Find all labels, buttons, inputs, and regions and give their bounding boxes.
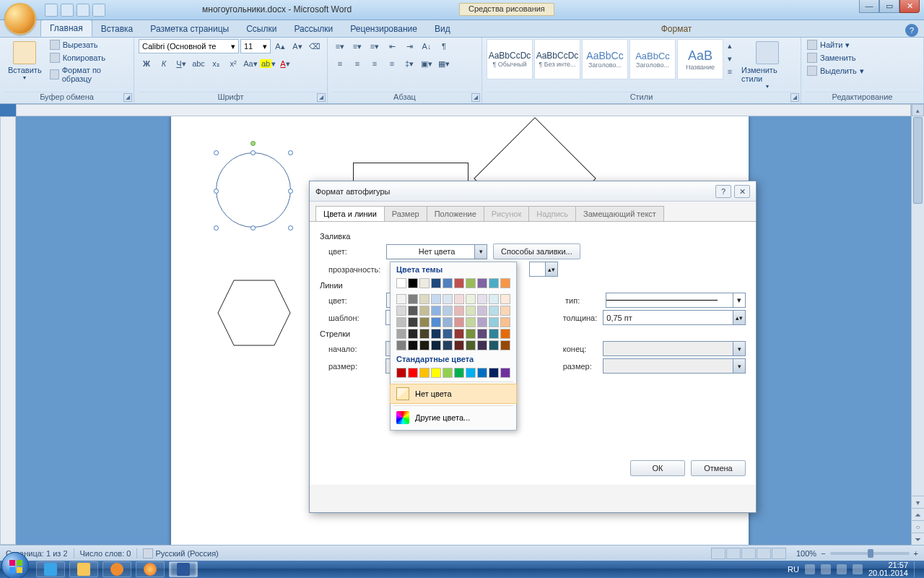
color-swatch[interactable] xyxy=(396,306,406,316)
color-swatch[interactable] xyxy=(443,294,453,304)
view-print-layout[interactable] xyxy=(711,548,725,559)
styles-scroll-down[interactable]: ▾ xyxy=(725,52,735,65)
color-swatch[interactable] xyxy=(419,329,430,339)
highlight-button[interactable]: ab▾ xyxy=(260,56,276,71)
transparency-spinner[interactable]: ▴▾ xyxy=(529,262,558,277)
align-left-button[interactable]: ≡ xyxy=(332,56,348,71)
scroll-down-arrow[interactable]: ▾ xyxy=(912,496,924,508)
zoom-in-button[interactable]: + xyxy=(914,549,918,558)
handle-n[interactable] xyxy=(250,150,256,155)
select-button[interactable]: Выделить▾ xyxy=(806,65,866,77)
color-swatch[interactable] xyxy=(431,317,441,327)
color-swatch[interactable] xyxy=(419,294,430,304)
start-button[interactable] xyxy=(1,552,29,578)
color-swatch[interactable] xyxy=(443,340,453,350)
underline-button[interactable]: Ч▾ xyxy=(173,56,189,71)
color-swatch[interactable] xyxy=(408,278,418,288)
shading-button[interactable]: ▣▾ xyxy=(419,56,435,71)
tab-home[interactable]: Главная xyxy=(40,20,92,37)
tab-review[interactable]: Рецензирование xyxy=(341,21,426,37)
zoom-out-button[interactable]: − xyxy=(821,549,825,558)
close-button[interactable]: ✕ xyxy=(899,0,920,13)
borders-button[interactable]: ▦▾ xyxy=(436,56,452,71)
justify-button[interactable]: ≡ xyxy=(384,56,400,71)
color-swatch[interactable] xyxy=(431,368,441,378)
ok-button[interactable]: ОК xyxy=(630,460,685,476)
color-swatch[interactable] xyxy=(500,368,510,378)
color-swatch[interactable] xyxy=(489,294,499,304)
color-swatch[interactable] xyxy=(419,368,430,378)
color-swatch[interactable] xyxy=(408,340,418,350)
color-swatch[interactable] xyxy=(489,317,499,327)
dlg-tab-size[interactable]: Размер xyxy=(384,206,427,221)
tray-clock[interactable]: 21:57 20.01.2014 xyxy=(868,561,908,577)
paragraph-dialog-launcher[interactable]: ◢ xyxy=(471,93,480,102)
color-swatch[interactable] xyxy=(477,317,487,327)
color-swatch[interactable] xyxy=(396,278,406,288)
change-styles-button[interactable]: Изменить стили ▾ xyxy=(738,39,796,92)
color-swatch[interactable] xyxy=(408,317,418,327)
sort-button[interactable]: A↓ xyxy=(419,39,435,53)
italic-button[interactable]: К xyxy=(156,56,172,71)
color-swatch[interactable] xyxy=(489,278,499,288)
taskbar-word[interactable] xyxy=(169,561,198,577)
tray-show-hidden-icon[interactable] xyxy=(805,564,815,574)
help-button[interactable]: ? xyxy=(905,24,918,37)
copy-button[interactable]: Копировать xyxy=(48,52,129,64)
color-swatch[interactable] xyxy=(477,340,487,350)
bold-button[interactable]: Ж xyxy=(139,56,154,71)
color-swatch[interactable] xyxy=(500,306,510,316)
color-swatch[interactable] xyxy=(466,278,476,288)
format-painter-button[interactable]: Формат по образцу xyxy=(48,65,129,84)
dialog-close-button[interactable]: ✕ xyxy=(734,185,750,198)
show-desktop-button[interactable] xyxy=(914,561,920,577)
dlg-tab-position[interactable]: Положение xyxy=(427,206,484,221)
ruler-vertical[interactable] xyxy=(0,116,16,545)
color-swatch[interactable] xyxy=(454,294,464,304)
color-swatch[interactable] xyxy=(431,329,441,339)
handle-ne[interactable] xyxy=(288,150,293,155)
color-swatch[interactable] xyxy=(489,329,499,339)
color-swatch[interactable] xyxy=(477,306,487,316)
next-page-button[interactable]: ⏷ xyxy=(912,532,924,545)
find-button[interactable]: Найти▾ xyxy=(806,39,866,51)
status-words[interactable]: Число слов: 0 xyxy=(80,549,131,558)
tab-page-layout[interactable]: Разметка страницы xyxy=(141,21,237,37)
scroll-thumb[interactable] xyxy=(913,117,923,204)
dialog-titlebar[interactable]: Формат автофигуры ? ✕ xyxy=(310,181,756,202)
style-no-spacing[interactable]: AaBbCcDc¶ Без инте... xyxy=(534,39,580,79)
color-swatch[interactable] xyxy=(500,329,510,339)
qat-customize-icon[interactable] xyxy=(92,4,105,17)
color-swatch[interactable] xyxy=(419,278,430,288)
zoom-slider[interactable] xyxy=(830,552,910,555)
color-swatch[interactable] xyxy=(489,340,499,350)
color-swatch[interactable] xyxy=(443,278,453,288)
minimize-button[interactable]: — xyxy=(859,0,879,13)
color-swatch[interactable] xyxy=(454,306,464,316)
tray-action-center-icon[interactable] xyxy=(821,564,831,574)
color-swatch[interactable] xyxy=(443,329,453,339)
ruler-horizontal[interactable] xyxy=(16,104,911,116)
color-swatch[interactable] xyxy=(466,317,476,327)
color-swatch[interactable] xyxy=(489,306,499,316)
qat-undo-icon[interactable] xyxy=(61,4,74,17)
zoom-level[interactable]: 100% xyxy=(796,549,816,558)
color-swatch[interactable] xyxy=(408,368,418,378)
color-swatch[interactable] xyxy=(396,329,406,339)
taskbar-explorer[interactable] xyxy=(69,561,98,577)
no-color-item[interactable]: Нет цвета xyxy=(391,384,516,403)
prev-page-button[interactable]: ⏶ xyxy=(912,508,924,520)
view-web-layout[interactable] xyxy=(741,548,756,559)
color-swatch[interactable] xyxy=(477,278,487,288)
color-swatch[interactable] xyxy=(477,329,487,339)
handle-nw[interactable] xyxy=(214,150,219,155)
line-type-combo[interactable]: ▾ xyxy=(606,293,746,308)
color-swatch[interactable] xyxy=(500,317,510,327)
taskbar-ie[interactable] xyxy=(36,561,65,577)
tab-format[interactable]: Формат xyxy=(653,21,701,37)
handle-se[interactable] xyxy=(288,225,293,230)
line-spacing-button[interactable]: ‡▾ xyxy=(401,56,417,71)
color-swatch[interactable] xyxy=(477,368,487,378)
color-swatch[interactable] xyxy=(454,278,464,288)
color-swatch[interactable] xyxy=(431,278,441,288)
